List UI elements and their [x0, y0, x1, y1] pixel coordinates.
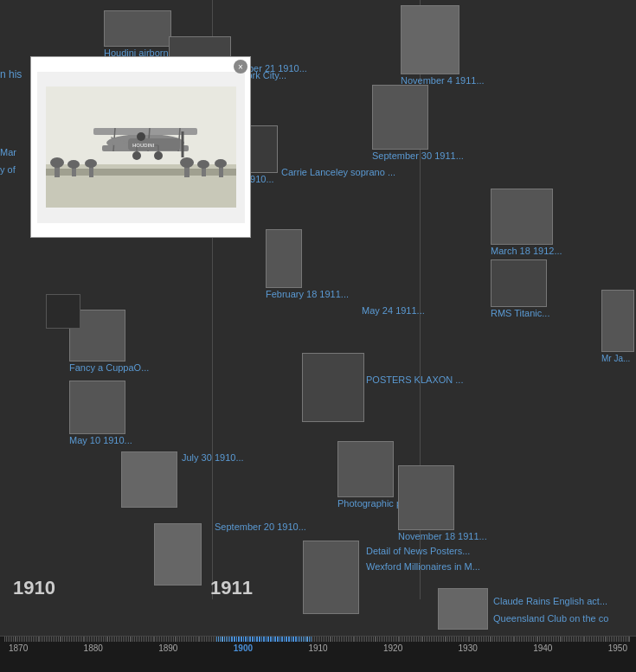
item-feb18-1911[interactable]: February 18 1911...: [266, 229, 349, 300]
item-queensland-club[interactable]: Queensland Club on the co: [493, 612, 608, 624]
item-news-img[interactable]: [303, 541, 359, 614]
main-timeline-area: n his Mar y of ×: [0, 0, 636, 636]
lightbox-popup: ×: [30, 56, 251, 238]
lightbox-image: HOUDINI: [37, 72, 245, 223]
year-1880: 1880: [84, 643, 103, 653]
year-1950: 1950: [608, 643, 627, 653]
year-1940: 1940: [533, 643, 552, 653]
item-nov4-1911[interactable]: November 4 1911...: [401, 5, 485, 86]
svg-point-28: [197, 160, 209, 169]
year-1920: 1920: [383, 643, 402, 653]
svg-point-22: [67, 160, 80, 169]
airplane-illustration: HOUDINI: [46, 86, 236, 208]
svg-point-24: [85, 159, 97, 168]
item-may10-1910[interactable]: May 10 1910...: [69, 381, 132, 446]
timeline-bar[interactable]: 1870 1880 1890 1900 1910 1920 1930 1940 …: [0, 636, 636, 672]
item-sep30-1911[interactable]: September 30 1911...: [372, 85, 464, 162]
item-july30-img[interactable]: [121, 451, 177, 508]
left-panel-links: Mar y of: [0, 104, 30, 182]
item-posters-img[interactable]: [302, 353, 364, 422]
item-sep20-img[interactable]: [154, 523, 202, 586]
item-claude-rains[interactable]: Claude Rains English act...: [493, 595, 607, 607]
lightbox-close-button[interactable]: ×: [234, 60, 247, 74]
item-july30-1910[interactable]: July 30 1910...: [182, 451, 244, 464]
svg-text:HOUDINI: HOUDINI: [132, 143, 155, 148]
year-label-1911: 1911: [210, 577, 253, 599]
svg-point-12: [132, 151, 141, 160]
svg-point-30: [215, 159, 227, 168]
item-posters-klaxon[interactable]: POSTERS KLAXON ...: [366, 374, 463, 386]
timeline-year-labels: 1870 1880 1890 1900 1910 1920 1930 1940 …: [0, 643, 636, 653]
svg-point-20: [50, 157, 64, 168]
item-march18-1912[interactable]: March 18 1912...: [491, 189, 562, 257]
item-mr-ja[interactable]: Mr Ja...: [601, 290, 634, 364]
year-1890: 1890: [158, 643, 177, 653]
item-rms-titanic[interactable]: RMS Titanic...: [491, 259, 549, 319]
svg-point-26: [180, 157, 194, 168]
year-1930: 1930: [459, 643, 478, 653]
item-carrie-lanceley[interactable]: Carrie Lanceley soprano ...: [281, 166, 395, 178]
year-1870: 1870: [9, 643, 28, 653]
item-detail-news[interactable]: Detail of News Posters...: [366, 545, 470, 557]
timeline-ticks: [4, 637, 632, 642]
item-wexford[interactable]: Wexford Millionaires in M...: [366, 560, 480, 573]
left-edge-text: n his: [0, 68, 22, 80]
item-ber21-1910[interactable]: ber 21 1910...: [248, 62, 307, 74]
item-sep20-1910[interactable]: September 20 1910...: [215, 521, 306, 533]
item-small-left[interactable]: [46, 294, 80, 329]
item-nov18-1911[interactable]: November 18 1911...: [398, 465, 487, 542]
year-label-1910: 1910: [13, 577, 55, 599]
year-1900: 1900: [234, 643, 253, 653]
item-may24-1911[interactable]: May 24 1911...: [362, 304, 425, 317]
item-fancy-cuppa[interactable]: Fancy a CuppaO...: [69, 310, 149, 374]
link-mar[interactable]: Mar: [0, 147, 30, 157]
year-1910: 1910: [308, 643, 327, 653]
svg-point-13: [154, 151, 163, 160]
svg-point-18: [137, 132, 145, 141]
item-claude-img[interactable]: [438, 588, 488, 630]
link-yof[interactable]: y of: [0, 164, 30, 175]
